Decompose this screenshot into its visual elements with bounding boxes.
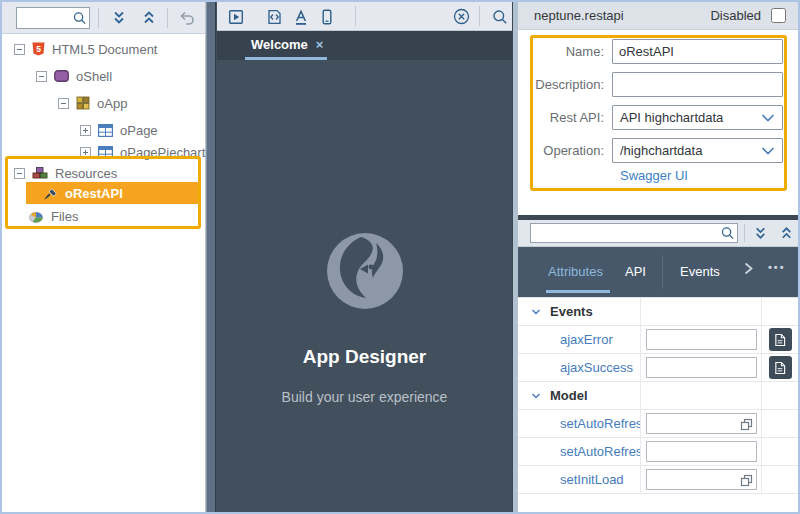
theme-button[interactable]: [288, 4, 313, 29]
description-input[interactable]: [613, 73, 782, 96]
code-editor-button[interactable]: [769, 328, 792, 351]
value-help-icon[interactable]: [740, 417, 753, 435]
collapse-expander-icon[interactable]: [14, 168, 25, 179]
device-button[interactable]: [314, 4, 339, 29]
toolbar-separator: [167, 8, 168, 28]
app-icon: [76, 96, 90, 110]
rest-api-select[interactable]: API highchartdata: [612, 105, 783, 130]
tree-item-opagepiechart[interactable]: oPagePiechart: [80, 141, 205, 163]
disabled-checkbox[interactable]: [771, 8, 786, 23]
value-help-icon[interactable]: [740, 473, 753, 491]
tree-item-label: Resources: [55, 166, 117, 181]
attributes-toolbar: [518, 220, 798, 247]
app-designer-window: 5 HTML5 Document oShell oApp oPage: [0, 0, 800, 514]
property-value-field[interactable]: [646, 357, 757, 378]
collapse-all-button[interactable]: [136, 5, 162, 31]
code-file-button[interactable]: [262, 4, 287, 29]
designer-main: Welcome × App Designer Build your user e…: [217, 2, 512, 512]
tree-item-orestapi[interactable]: oRestAPI: [26, 182, 198, 204]
toolbar-separator: [355, 6, 356, 26]
collapse-group-icon[interactable]: [530, 390, 542, 402]
collapse-expander-icon[interactable]: [36, 71, 47, 82]
expand-all-button[interactable]: [748, 220, 772, 246]
name-field[interactable]: [612, 39, 783, 64]
tab-events[interactable]: Events: [680, 264, 720, 279]
tree-item-label: Files: [51, 209, 78, 224]
collapse-group-icon[interactable]: [530, 306, 542, 318]
expand-all-button[interactable]: [106, 5, 132, 31]
tree-item-label: oRestAPI: [65, 186, 123, 201]
property-label: setAutoRefresh: [518, 444, 641, 459]
description-field[interactable]: [612, 72, 783, 97]
expand-expander-icon[interactable]: [80, 147, 91, 158]
tree-item-html5-document[interactable]: 5 HTML5 Document: [14, 38, 157, 60]
property-value-field[interactable]: [646, 413, 757, 434]
operation-select[interactable]: /highchartdata: [612, 138, 783, 163]
field-row-name: Name:: [518, 39, 783, 64]
properties-header: neptune.restapi Disabled: [518, 2, 798, 30]
tab-api[interactable]: API: [625, 264, 646, 279]
name-input[interactable]: [613, 40, 782, 63]
property-value-field[interactable]: [646, 469, 757, 490]
group-label: Events: [550, 304, 593, 319]
collapse-all-icon: [778, 225, 795, 242]
tree-item-opage[interactable]: oPage: [80, 119, 158, 141]
tabs-overflow-menu[interactable]: •••: [768, 261, 786, 273]
expand-expander-icon[interactable]: [80, 125, 91, 136]
tree-item-files[interactable]: Files: [28, 205, 78, 227]
property-label: ajaxSuccess: [518, 360, 633, 375]
tree-item-resources[interactable]: Resources: [14, 162, 117, 184]
designer-panel: Welcome × App Designer Build your user e…: [206, 2, 512, 512]
tab-attributes[interactable]: Attributes: [548, 264, 603, 279]
designer-gutter: [206, 2, 216, 512]
outline-panel: 5 HTML5 Document oShell oApp oPage: [2, 2, 206, 512]
close-all-button[interactable]: [449, 4, 474, 29]
undo-icon: [178, 9, 196, 27]
outline-search-field[interactable]: [16, 7, 90, 29]
property-value-field[interactable]: [646, 441, 757, 462]
rest-api-selected-value: API highchartdata: [620, 110, 723, 125]
property-value-input[interactable]: [647, 358, 756, 377]
collapse-expander-icon[interactable]: [14, 44, 25, 55]
property-value-input[interactable]: [647, 442, 756, 461]
designer-search-button[interactable]: [487, 4, 512, 29]
code-editor-button[interactable]: [769, 356, 792, 379]
tree-item-oapp[interactable]: oApp: [58, 92, 127, 114]
swagger-ui-link[interactable]: Swagger UI: [620, 168, 688, 183]
tab-separator: [662, 255, 663, 289]
tabs-overflow-chevron[interactable]: [743, 261, 754, 280]
tab-welcome[interactable]: Welcome ×: [251, 31, 323, 57]
property-label: ajaxError: [518, 332, 613, 347]
welcome-screen: App Designer Build your user experience: [217, 60, 512, 512]
attributes-search-input[interactable]: [531, 224, 737, 242]
operation-selected-value: /highchartdata: [620, 143, 702, 158]
svg-text:5: 5: [36, 44, 41, 54]
designer-tab-bar: Welcome ×: [217, 31, 512, 60]
files-icon: [28, 209, 44, 224]
search-icon: [491, 8, 509, 26]
expand-all-icon: [110, 9, 128, 27]
group-row-events[interactable]: Events: [518, 298, 798, 326]
group-row-model[interactable]: Model: [518, 382, 798, 410]
property-row-ajaxerror: ajaxError: [518, 326, 798, 354]
welcome-subtitle: Build your user experience: [282, 389, 448, 405]
tab-close-icon[interactable]: ×: [316, 37, 324, 52]
chevron-right-icon: [743, 261, 754, 276]
property-value-input[interactable]: [647, 330, 756, 349]
collapse-all-button[interactable]: [774, 220, 798, 246]
undo-button[interactable]: [174, 5, 200, 31]
outline-toolbar: [2, 2, 205, 34]
property-row-ajaxsuccess: ajaxSuccess: [518, 354, 798, 382]
properties-form: Name: Description: Rest API: API highcha…: [518, 30, 798, 215]
collapse-expander-icon[interactable]: [58, 98, 69, 109]
field-row-operation: Operation: /highchartdata: [518, 138, 783, 163]
tree-item-oshell[interactable]: oShell: [36, 65, 112, 87]
search-icon: [720, 226, 735, 241]
property-row-setautorefresh-2: setAutoRefresh: [518, 438, 798, 466]
property-value-field[interactable]: [646, 329, 757, 350]
run-button[interactable]: [223, 4, 248, 29]
attributes-search-field[interactable]: [530, 223, 738, 243]
welcome-title: App Designer: [303, 346, 427, 368]
html5-icon: 5: [32, 42, 45, 56]
page-icon: [98, 146, 113, 159]
